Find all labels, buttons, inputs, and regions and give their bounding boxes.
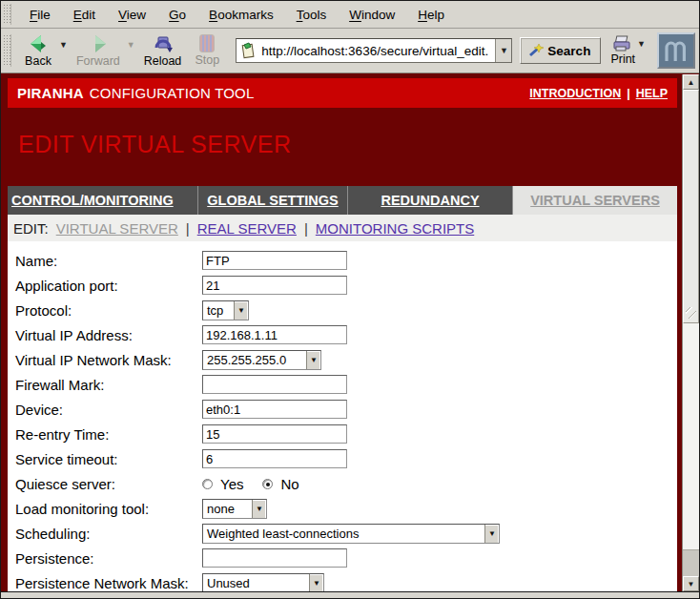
form-row-load-monitoring: Load monitoring tool: none ▼ <box>15 496 677 521</box>
introduction-link[interactable]: INTRODUCTION <box>529 87 621 100</box>
subnav-monitoring-scripts-link[interactable]: MONITORING SCRIPTS <box>316 220 474 237</box>
form-row-persistence-netmask: Persistence Network Mask: Unused ▼ <box>15 570 677 591</box>
persistence-label: Persistence: <box>15 550 202 567</box>
subnav-separator: | <box>186 220 190 237</box>
print-dropdown-icon[interactable]: ▼ <box>637 39 646 49</box>
page-proxy-icon[interactable] <box>239 42 257 59</box>
tab-global-settings[interactable]: GLOBAL SETTINGS <box>198 186 348 215</box>
mozilla-logo[interactable] <box>657 32 695 69</box>
scheduling-select[interactable]: Weighted least-connections ▼ <box>202 524 500 544</box>
navigation-toolbar: Back ▼ Forward ▼ Reload Stop <box>1 29 699 73</box>
firewall-mark-label: Firewall Mark: <box>15 377 202 393</box>
form-row-reentry-time: Re-entry Time: <box>15 422 677 446</box>
quiesce-no-radio[interactable] <box>262 479 273 489</box>
virtual-ip-input[interactable] <box>202 325 347 344</box>
virtual-server-form: Name: Application port: Protocol: tcp ▼ … <box>8 241 677 591</box>
persistence-netmask-select[interactable]: Unused ▼ <box>202 573 324 592</box>
persistence-netmask-label: Persistence Network Mask: <box>15 575 202 591</box>
application-port-label: Application port: <box>15 278 202 294</box>
name-label: Name: <box>15 253 202 269</box>
load-monitoring-label: Load monitoring tool: <box>15 501 202 517</box>
banner-link-separator: | <box>627 87 630 100</box>
form-row-virtual-ip: Virtual IP Address: <box>15 322 677 347</box>
tab-redundancy[interactable]: REDUNDANCY <box>348 186 513 215</box>
load-monitoring-value: none <box>203 500 252 518</box>
scheduling-label: Scheduling: <box>15 526 202 542</box>
menu-window[interactable]: Window <box>339 5 405 25</box>
form-row-quiesce-server: Quiesce server: Yes No <box>15 471 677 496</box>
device-label: Device: <box>15 402 202 418</box>
back-button[interactable]: Back <box>19 31 57 71</box>
back-dropdown-icon[interactable]: ▼ <box>59 40 68 50</box>
form-row-protocol: Protocol: tcp ▼ <box>15 298 677 322</box>
menu-bar: File Edit View Go Bookmarks Tools Window… <box>1 1 699 29</box>
virtual-ip-netmask-label: Virtual IP Network Mask: <box>15 352 202 368</box>
menu-tools[interactable]: Tools <box>286 5 338 25</box>
chevron-down-icon: ▼ <box>306 351 320 369</box>
chevron-down-icon: ▼ <box>309 574 323 592</box>
stop-icon <box>199 34 215 52</box>
menu-help[interactable]: Help <box>407 5 455 25</box>
service-timeout-input[interactable] <box>202 449 347 468</box>
forward-dropdown-icon[interactable]: ▼ <box>127 40 135 50</box>
print-button[interactable]: Print <box>610 35 635 66</box>
protocol-select[interactable]: tcp ▼ <box>202 300 249 320</box>
persistence-netmask-value: Unused <box>203 574 309 592</box>
banner-subtitle: CONFIGURATION TOOL <box>90 85 255 101</box>
subnav-prefix: EDIT: <box>13 220 49 237</box>
reentry-time-input[interactable] <box>202 424 347 444</box>
toolbar-grippy[interactable] <box>3 34 11 67</box>
menu-file[interactable]: File <box>19 5 61 25</box>
menu-bookmarks[interactable]: Bookmarks <box>198 5 284 25</box>
forward-icon <box>88 34 109 53</box>
tab-control-monitoring[interactable]: CONTROL/MONITORING <box>8 186 198 215</box>
menu-go[interactable]: Go <box>158 5 196 25</box>
search-button[interactable]: Search <box>520 37 601 64</box>
subnav-virtual-server: VIRTUAL SERVER <box>56 220 178 237</box>
mozilla-m-icon <box>663 38 690 63</box>
quiesce-server-label: Quiesce server: <box>15 476 202 492</box>
scroll-up-icon[interactable]: ▲ <box>683 74 699 90</box>
protocol-value: tcp <box>203 301 234 320</box>
url-dropdown-icon[interactable]: ▼ <box>495 39 511 62</box>
scrollbar-trough[interactable] <box>683 323 699 549</box>
subnav-separator: | <box>304 220 308 237</box>
name-input[interactable] <box>202 251 347 270</box>
device-input[interactable] <box>202 400 347 419</box>
scheduling-value: Weighted least-connections <box>203 525 484 543</box>
quiesce-yes-radio[interactable] <box>202 479 213 489</box>
scrollbar-thumb[interactable] <box>683 90 699 323</box>
virtual-ip-netmask-select[interactable]: 255.255.255.0 ▼ <box>202 350 321 370</box>
vertical-scrollbar[interactable]: ▲ ▼ <box>682 74 699 591</box>
form-row-scheduling: Scheduling: Weighted least-connections ▼ <box>15 521 677 546</box>
search-label: Search <box>547 44 590 58</box>
tab-virtual-servers[interactable]: VIRTUAL SERVERS <box>513 186 677 215</box>
service-timeout-label: Service timeout: <box>15 451 202 467</box>
url-input[interactable] <box>259 44 495 58</box>
form-row-persistence: Persistence: <box>15 546 677 570</box>
form-row-application-port: Application port: <box>15 273 677 298</box>
quiesce-radio-group: Yes No <box>202 476 313 492</box>
reentry-time-label: Re-entry Time: <box>15 426 202 443</box>
persistence-input[interactable] <box>202 548 347 568</box>
tab-bar: CONTROL/MONITORING GLOBAL SETTINGS REDUN… <box>8 186 677 215</box>
stop-button[interactable]: Stop <box>188 31 226 71</box>
scroll-down-icon[interactable]: ▼ <box>683 576 699 591</box>
firewall-mark-input[interactable] <box>202 375 347 394</box>
form-row-virtual-ip-netmask: Virtual IP Network Mask: 255.255.255.0 ▼ <box>15 347 677 372</box>
form-row-device: Device: <box>15 397 677 422</box>
forward-button[interactable]: Forward <box>72 31 125 71</box>
help-link[interactable]: HELP <box>636 87 668 100</box>
back-icon <box>28 34 49 53</box>
quiesce-no-label: No <box>280 476 299 492</box>
url-bar: ▼ <box>236 38 512 63</box>
subnav-bar: EDIT: VIRTUAL SERVER | REAL SERVER | MON… <box>8 215 677 241</box>
application-port-input[interactable] <box>202 276 347 295</box>
reload-button[interactable]: Reload <box>139 31 187 71</box>
page-content: PIRANHA CONFIGURATION TOOL INTRODUCTION … <box>1 73 699 591</box>
toolbar-grippy[interactable] <box>3 4 11 25</box>
subnav-real-server-link[interactable]: REAL SERVER <box>197 220 297 237</box>
menu-view[interactable]: View <box>108 5 156 25</box>
load-monitoring-select[interactable]: none ▼ <box>202 499 267 519</box>
menu-edit[interactable]: Edit <box>63 5 106 25</box>
